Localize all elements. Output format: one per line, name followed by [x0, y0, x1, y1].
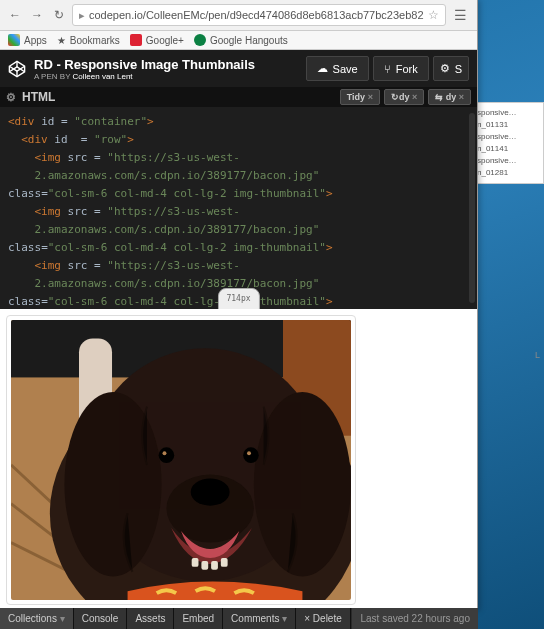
- save-button[interactable]: ☁Save: [306, 56, 369, 81]
- codepen-header: RD - Responsive Image Thumbnails A PEN B…: [0, 50, 477, 87]
- dog-image: [11, 320, 351, 600]
- svg-point-15: [243, 447, 259, 463]
- fork-icon: ⑂: [384, 63, 391, 75]
- hangouts-shortcut[interactable]: Google Hangouts: [194, 34, 288, 46]
- pen-title: RD - Responsive Image Thumbnails: [34, 57, 255, 72]
- svg-rect-22: [211, 561, 218, 570]
- dy-button-1[interactable]: ↻dy ×: [384, 89, 424, 105]
- finder-row: sponsive…n_01141: [477, 131, 541, 155]
- cloud-icon: ☁: [317, 62, 328, 75]
- address-bar[interactable]: ▸ codepen.io/ColleenEMc/pen/d9ecd474086d…: [72, 4, 446, 26]
- last-saved-label: Last saved 22 hours ago: [352, 608, 478, 629]
- settings-button[interactable]: ⚙S: [433, 56, 469, 81]
- assets-button[interactable]: Assets: [127, 608, 174, 629]
- svg-point-16: [163, 451, 167, 455]
- fork-button[interactable]: ⑂Fork: [373, 56, 429, 81]
- finder-row: sponsive…n_01281: [477, 155, 541, 179]
- chrome-menu-icon[interactable]: ☰: [450, 7, 471, 23]
- forward-icon[interactable]: →: [28, 6, 46, 24]
- svg-point-13: [254, 392, 351, 577]
- right-caret: L: [535, 350, 540, 360]
- svg-point-17: [247, 451, 251, 455]
- comments-button[interactable]: Comments: [223, 608, 296, 629]
- bookmarks-bar: Apps ★Bookmarks Google+ Google Hangouts: [0, 31, 477, 50]
- collections-button[interactable]: Collections: [0, 608, 74, 629]
- codepen-logo-icon[interactable]: [8, 60, 26, 78]
- html-editor[interactable]: <div id = "container"> <div id = "row"> …: [0, 107, 477, 309]
- dy-button-2[interactable]: ⇆ dy ×: [428, 89, 471, 105]
- apps-shortcut[interactable]: Apps: [8, 34, 47, 46]
- bookmarks-shortcut[interactable]: ★Bookmarks: [57, 35, 120, 46]
- finder-row: sponsive…n_01131: [477, 107, 541, 131]
- editor-scrollbar[interactable]: [469, 113, 475, 303]
- editor-panel-header: ⚙ HTML Tidy × ↻dy × ⇆ dy ×: [0, 87, 477, 107]
- browser-toolbar: ← → ↻ ▸ codepen.io/ColleenEMc/pen/d9ecd4…: [0, 0, 477, 31]
- preview-pane: [0, 309, 477, 611]
- pen-byline: A PEN BY Colleen van Lent: [34, 72, 255, 81]
- svg-rect-23: [221, 558, 228, 567]
- background-finder-window: sponsive…n_01131 sponsive…n_01141 sponsi…: [474, 102, 544, 184]
- svg-rect-21: [201, 561, 208, 570]
- console-button[interactable]: Console: [74, 608, 128, 629]
- image-thumbnail: [6, 315, 356, 605]
- gear-icon[interactable]: ⚙: [6, 91, 16, 104]
- url-text: codepen.io/ColleenEMc/pen/d9ecd474086d8e…: [89, 9, 424, 21]
- gear-icon: ⚙: [440, 62, 450, 75]
- resize-indicator[interactable]: 714px: [217, 288, 259, 309]
- bookmark-star-icon[interactable]: ☆: [428, 8, 439, 22]
- editor-label: HTML: [22, 90, 55, 104]
- svg-point-14: [159, 447, 175, 463]
- codepen-footer: Collections Console Assets Embed Comment…: [0, 608, 478, 629]
- delete-button[interactable]: × Delete: [296, 608, 351, 629]
- google-plus-shortcut[interactable]: Google+: [130, 34, 184, 46]
- reload-icon[interactable]: ↻: [50, 6, 68, 24]
- embed-button[interactable]: Embed: [174, 608, 223, 629]
- svg-rect-20: [192, 558, 199, 567]
- star-icon: ★: [57, 35, 66, 46]
- browser-window: ← → ↻ ▸ codepen.io/ColleenEMc/pen/d9ecd4…: [0, 0, 478, 611]
- tidy-button[interactable]: Tidy ×: [340, 89, 380, 105]
- back-icon[interactable]: ←: [6, 6, 24, 24]
- svg-point-19: [191, 478, 230, 505]
